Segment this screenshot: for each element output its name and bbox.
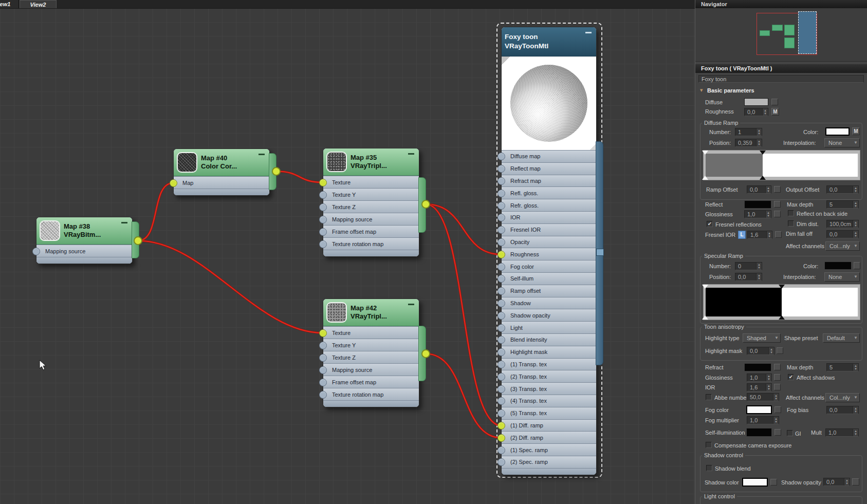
node-header[interactable]: Map #42 VRayTripl... [323, 299, 419, 326]
input-port[interactable] [497, 214, 505, 221]
max-depth-field[interactable]: 5▴ ▾ [826, 200, 859, 209]
spec-color-swatch[interactable] [824, 262, 852, 270]
minimize-icon[interactable] [408, 153, 414, 155]
highlight-type-dropdown[interactable]: Shaped▼ [743, 333, 781, 343]
input-port[interactable] [497, 373, 505, 381]
spinner-arrows[interactable]: ▴ ▾ [756, 128, 762, 136]
tab-view2[interactable]: View2 [20, 0, 57, 8]
ramp-marker[interactable] [760, 151, 766, 155]
spec-position-field[interactable]: 0,0▴ ▾ [735, 273, 762, 281]
node-slot[interactable]: Frame offset map [323, 225, 419, 237]
input-port[interactable] [497, 458, 505, 466]
dim-fall-off-field[interactable]: 0,0▴ ▾ [826, 230, 859, 238]
fresnel-reflections-checkbox[interactable]: ✔ [707, 221, 713, 227]
node-slot[interactable]: IOR [502, 211, 596, 223]
node-slot[interactable]: Texture Z [323, 351, 419, 363]
compensate-camera-exposure-checkbox[interactable] [706, 442, 712, 448]
refract-affect-channels-dropdown[interactable]: Col...nly▼ [825, 393, 860, 402]
abbe-number-checkbox[interactable] [706, 394, 712, 400]
glossiness-map-button[interactable] [774, 211, 781, 217]
ramp-marker[interactable] [779, 285, 785, 289]
minimize-icon[interactable] [408, 304, 414, 305]
node-header[interactable]: Foxy toon VRayToonMtl [502, 27, 596, 57]
input-port[interactable] [497, 226, 505, 234]
input-port[interactable] [497, 177, 505, 185]
input-port[interactable] [497, 202, 505, 210]
spinner-arrows[interactable]: ▴ ▾ [768, 347, 774, 354]
number-field[interactable]: 1▴ ▾ [735, 128, 762, 136]
node-slot[interactable]: Texture Y [323, 339, 419, 351]
input-port[interactable] [497, 446, 505, 454]
highlight-mask-map-button[interactable] [777, 347, 783, 354]
fresnel-ior-field[interactable]: 1,6▴ ▾ [747, 231, 772, 239]
spinner-arrows[interactable]: ▴ ▾ [853, 231, 858, 238]
node-slot[interactable]: Texture [323, 326, 419, 339]
node-slot[interactable]: Texture rotation map [323, 388, 419, 400]
node-slot[interactable]: Diffuse map [502, 150, 596, 162]
node-slot[interactable]: (1) Transp. tex [502, 358, 596, 370]
material-name-input[interactable]: Foxy toon [698, 75, 864, 83]
spinner-arrows[interactable]: ▴ ▾ [765, 211, 771, 218]
spec-interpolation-dropdown[interactable]: None▼ [824, 272, 860, 282]
input-port[interactable] [497, 409, 505, 417]
output-tab[interactable] [596, 141, 603, 365]
node-slot[interactable]: (3) Transp. tex [502, 382, 596, 395]
input-port[interactable] [319, 391, 327, 399]
gi-checkbox[interactable] [787, 430, 793, 436]
roughness-m-button[interactable]: M [771, 108, 779, 116]
shadow-opacity-map-button[interactable] [852, 478, 859, 486]
node-slot[interactable]: Texture [323, 176, 419, 188]
minimize-icon[interactable] [121, 222, 127, 223]
input-port[interactable] [497, 312, 505, 320]
node-slot[interactable]: Map [174, 176, 269, 189]
input-port[interactable] [319, 354, 327, 362]
dim-dist-checkbox[interactable] [788, 220, 794, 227]
ramp-marker[interactable] [760, 176, 766, 180]
reflect-map-button[interactable] [774, 201, 781, 208]
minimap-node[interactable] [784, 38, 795, 48]
input-port[interactable] [319, 342, 327, 349]
position-field[interactable]: 0,359▴ ▾ [735, 139, 762, 147]
node-slot[interactable]: (2) Spec. ramp [502, 456, 596, 468]
input-port[interactable] [497, 165, 505, 173]
shadow-opacity-field[interactable]: 0,0▴ ▾ [823, 478, 850, 486]
node-slot[interactable]: Light [502, 321, 596, 333]
self-illumination-map-button[interactable] [774, 429, 781, 436]
node-slot[interactable]: Blend intensity [502, 333, 596, 346]
minimize-icon[interactable] [259, 154, 265, 155]
node-slot[interactable]: Mapping source [36, 245, 132, 257]
input-port[interactable] [497, 238, 505, 246]
node-slot[interactable]: (4) Transp. tex [502, 395, 596, 407]
input-port[interactable] [497, 324, 505, 332]
node-slot[interactable]: Self-illum [502, 272, 596, 285]
input-port[interactable] [497, 422, 505, 430]
node-slot[interactable]: Frame offset map [323, 376, 419, 388]
spinner-arrows[interactable]: ▴ ▾ [853, 186, 858, 193]
node-foxy-toon[interactable]: Foxy toon VRayToonMtl Diffuse mapReflect… [501, 27, 597, 475]
spinner-arrows[interactable]: ▴ ▾ [756, 263, 762, 270]
spinner-arrows[interactable]: ▴ ▾ [762, 108, 768, 116]
input-port[interactable] [319, 329, 327, 337]
input-port[interactable] [319, 379, 327, 386]
highlight-mask-field[interactable]: 0,0▴ ▾ [747, 347, 774, 355]
node-slot[interactable]: Opacity [502, 236, 596, 248]
input-port[interactable] [319, 366, 327, 374]
refract-map-button[interactable] [774, 364, 781, 370]
output-port[interactable] [272, 167, 281, 176]
ior-map-button[interactable] [774, 384, 781, 390]
node-slot[interactable]: Texture Z [323, 200, 419, 213]
fog-color-swatch[interactable] [746, 405, 772, 414]
reflect-color-swatch[interactable] [744, 200, 771, 209]
input-port[interactable] [497, 300, 505, 307]
spinner-arrows[interactable]: ▴ ▾ [853, 406, 858, 414]
tab-view1[interactable]: View1 [0, 0, 19, 8]
node-slot[interactable]: Texture rotation map [323, 237, 419, 250]
fog-color-map-button[interactable] [774, 406, 781, 413]
spec-color-map-button[interactable] [854, 262, 860, 269]
input-port[interactable] [497, 275, 505, 283]
fog-multiplier-field[interactable]: 1,0▴ ▾ [747, 416, 779, 424]
input-port[interactable] [319, 228, 327, 236]
spinner-arrows[interactable]: ▴ ▾ [766, 374, 771, 381]
fog-bias-field[interactable]: 0,0▴ ▾ [826, 406, 859, 414]
input-port[interactable] [497, 434, 505, 442]
